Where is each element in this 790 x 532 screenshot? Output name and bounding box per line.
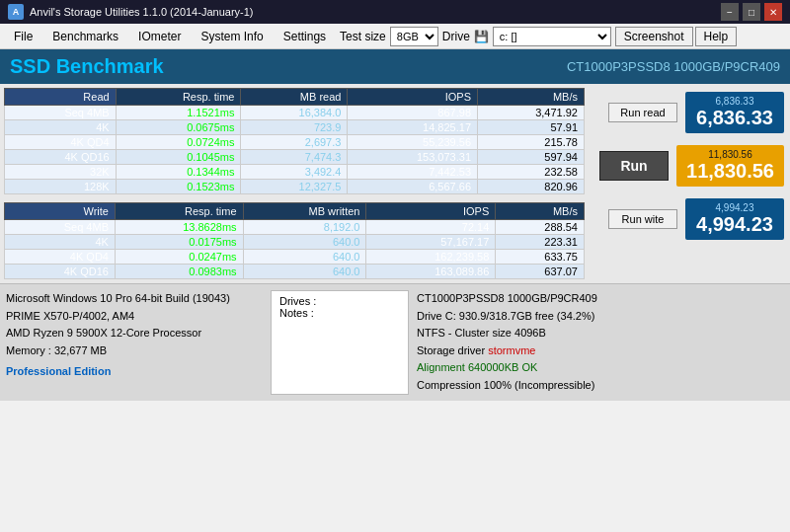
menu-bar: File Benchmarks IOmeter System Info Sett… [0, 24, 790, 49]
menu-sysinfo[interactable]: System Info [191, 26, 273, 47]
read-row-mb: 16,384.0 [241, 106, 348, 120]
read-header-resp: Resp. time [116, 89, 241, 106]
tables-area: Read Resp. time MB read IOPS MB/s Seq 4M… [4, 88, 585, 279]
write-row-iops: 163,089.86 [366, 265, 496, 279]
read-row-iops: 14,825.17 [348, 120, 478, 135]
write-table: Write Resp. time MB written IOPS MB/s Se… [4, 202, 585, 279]
drive-info-line: Storage driver stormvme [417, 342, 784, 360]
read-table-row: 4K QD4 0.0724ms 2,697.3 55,239.56 215.78 [5, 135, 585, 150]
write-table-row: 4K QD4 0.0247ms 640.0 162,239.58 633.75 [5, 250, 585, 265]
score-total-big: 11,830.56 [686, 160, 774, 183]
menu-file[interactable]: File [4, 26, 42, 47]
minimize-button[interactable]: − [721, 3, 739, 21]
drive-select[interactable]: c: [] [493, 27, 611, 46]
write-row-mb: 640.0 [243, 265, 366, 279]
read-row-iops: 6,567.66 [348, 180, 478, 194]
read-row-mbs: 57.91 [478, 120, 585, 135]
score-total-small: 11,830.56 [686, 149, 774, 160]
drive-info-line: Drive C: 930.9/318.7GB free (34.2%) [417, 308, 784, 326]
read-row-resp: 0.0675ms [116, 120, 241, 135]
menu-iometer[interactable]: IOmeter [128, 26, 191, 47]
write-table-row: 4K QD16 0.0983ms 640.0 163,089.86 637.07 [5, 265, 585, 279]
write-row-mbs: 223.31 [496, 235, 585, 250]
run-button[interactable]: Run [599, 151, 669, 181]
maximize-button[interactable]: □ [743, 3, 760, 21]
help-button[interactable]: Help [695, 27, 738, 46]
read-row-mbs: 232.58 [478, 165, 585, 180]
test-size-label: Test size [340, 30, 386, 43]
read-row-resp: 0.0724ms [116, 135, 241, 150]
menu-settings[interactable]: Settings [274, 26, 336, 47]
read-row-mb: 2,697.3 [241, 135, 348, 150]
score-read-box: 6,836.33 6,836.33 [685, 92, 784, 133]
storage-driver-value: stormvme [488, 344, 535, 356]
read-row-iops: 55,239.56 [348, 135, 478, 150]
read-row-mb: 7,474.3 [241, 150, 348, 165]
write-row-resp: 13.8628ms [115, 220, 243, 235]
write-row-label: 4K QD4 [5, 250, 116, 265]
read-row-label: 4K QD16 [5, 150, 117, 165]
write-header-iops: IOPS [366, 203, 496, 220]
write-row-iops: 72.14 [366, 220, 496, 235]
read-row-mbs: 3,471.92 [478, 106, 585, 120]
score-total-box: 11,830.56 11,830.56 [676, 145, 784, 187]
write-row-label: Seq 4MB [5, 220, 116, 235]
title-bar-text: Anvil's Storage Utilities 1.1.0 (2014-Ja… [30, 6, 253, 18]
read-row-iops: 7,442.53 [348, 165, 478, 180]
read-table-row: 128K 0.1523ms 12,327.5 6,567.66 820.96 [5, 180, 585, 194]
banner-title: SSD Benchmark [10, 55, 164, 78]
window-controls[interactable]: − □ ✕ [721, 3, 782, 21]
test-size-select[interactable]: 8GB [390, 27, 438, 46]
read-row-label: 128K [5, 180, 117, 194]
read-row-resp: 1.1521ms [116, 106, 241, 120]
write-header-label: Write [5, 203, 116, 220]
score-read-small: 6,836.33 [695, 96, 774, 107]
drive-label: Drive [442, 30, 470, 43]
write-row-resp: 0.0175ms [115, 235, 243, 250]
write-header-mbs: MB/s [496, 203, 585, 220]
read-row-mb: 3,492.4 [241, 165, 348, 180]
run-write-button[interactable]: Run wite [608, 209, 677, 229]
read-row-label: 32K [5, 165, 117, 180]
bottom-middle: Drives : Notes : [271, 290, 409, 395]
bottom-panel: Microsoft Windows 10 Pro 64-bit Build (1… [0, 283, 790, 401]
write-row-resp: 0.0983ms [115, 265, 243, 279]
screenshot-button[interactable]: Screenshot [615, 27, 693, 46]
banner-device: CT1000P3PSSD8 1000GB/P9CR409 [567, 59, 780, 74]
run-write-row: Run wite 4,994.23 4,994.23 [589, 198, 786, 240]
drive-icon: 💾 [474, 30, 489, 43]
run-read-button[interactable]: Run read [608, 103, 677, 122]
write-row-mbs: 637.07 [496, 265, 585, 279]
close-button[interactable]: ✕ [764, 3, 782, 21]
read-table-row: 4K QD16 0.1045ms 7,474.3 153,073.31 597.… [5, 150, 585, 165]
banner: SSD Benchmark CT1000P3PSSD8 1000GB/P9CR4… [0, 49, 790, 84]
bottom-right: CT1000P3PSSD8 1000GB/P9CR409Drive C: 930… [417, 290, 784, 395]
write-header-resp: Resp. time [115, 203, 243, 220]
read-header-mb: MB read [241, 89, 348, 106]
read-row-label: 4K [5, 120, 117, 135]
write-row-mb: 640.0 [243, 235, 366, 250]
test-size-area: Test size 8GB [340, 27, 438, 46]
read-table-row: 32K 0.1344ms 3,492.4 7,442.53 232.58 [5, 165, 585, 180]
read-table-row: 4K 0.0675ms 723.9 14,825.17 57.91 [5, 120, 585, 135]
drives-label: Drives : [279, 295, 400, 307]
menu-benchmarks[interactable]: Benchmarks [42, 26, 128, 47]
read-row-iops: 153,073.31 [348, 150, 478, 165]
write-row-mb: 640.0 [243, 250, 366, 265]
score-write-small: 4,994.23 [695, 202, 774, 213]
write-row-iops: 57,167.17 [366, 235, 496, 250]
alignment-ok: Alignment 640000KB OK [417, 361, 537, 373]
write-row-label: 4K QD16 [5, 265, 116, 279]
read-row-resp: 0.1523ms [116, 180, 241, 194]
drive-info-line: CT1000P3PSSD8 1000GB/P9CR409 [417, 290, 784, 308]
read-row-resp: 0.1045ms [116, 150, 241, 165]
sys-info-line1: Microsoft Windows 10 Pro 64-bit Build (1… [6, 290, 263, 308]
read-row-mbs: 820.96 [478, 180, 585, 194]
app-icon: A [8, 4, 24, 20]
write-row-label: 4K [5, 235, 116, 250]
bottom-left: Microsoft Windows 10 Pro 64-bit Build (1… [6, 290, 263, 395]
read-row-mbs: 597.94 [478, 150, 585, 165]
read-row-mb: 12,327.5 [241, 180, 348, 194]
sys-info-line2: PRIME X570-P/4002, AM4 [6, 308, 263, 326]
sys-info-line4: Memory : 32,677 MB [6, 342, 263, 360]
